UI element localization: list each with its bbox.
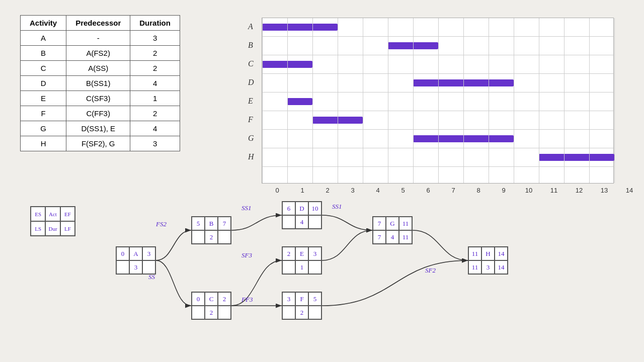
node-F: 3F52 <box>282 292 322 320</box>
node-F-lf <box>308 306 321 319</box>
gantt-axis-4: 4 <box>376 187 379 194</box>
node-D-dur: 4 <box>295 215 308 229</box>
table-cell-5-0: F <box>21 106 66 121</box>
gantt-axis-12: 12 <box>576 187 583 194</box>
node-G: 7G117411 <box>372 216 413 244</box>
gantt-axis-9: 9 <box>502 187 505 194</box>
node-G-ls: 7 <box>373 230 386 244</box>
gantt-axis-0: 0 <box>275 187 279 194</box>
gantt-axis-6: 6 <box>426 187 430 194</box>
gantt-bar-H <box>539 154 614 161</box>
table-cell-2-0: C <box>21 61 66 76</box>
node-E-dur: 1 <box>295 260 308 274</box>
gantt-label-F: F <box>248 115 253 124</box>
node-B-ef: 7 <box>218 217 231 230</box>
legend-ef: EF <box>60 207 75 221</box>
node-A-dur: 3 <box>129 260 142 274</box>
node-B-lf <box>218 230 231 244</box>
arrow-A-B <box>156 230 191 260</box>
gantt-label-E: E <box>248 97 253 106</box>
arrow-label-C-E: SF3 <box>242 251 252 259</box>
gantt-row-E: E <box>262 93 613 111</box>
node-E-es: 2 <box>282 247 295 260</box>
node-A-act: A <box>129 247 142 260</box>
gantt-axis-14: 14 <box>626 187 633 194</box>
node-D: 6D104 <box>282 201 322 229</box>
arrow-label-B-D: SS1 <box>242 204 252 212</box>
gantt-row-A: A <box>262 18 613 37</box>
arrow-D-G <box>322 215 372 230</box>
node-G-lf: 11 <box>399 230 412 244</box>
table-cell-0-2: 3 <box>130 31 180 46</box>
gantt-row-G: G <box>262 130 613 148</box>
gantt-vline-9 <box>489 18 489 183</box>
network-diagram-section: FS2SSSS1SF3FF3SS1SF2 0A335B720C226D1042E… <box>30 201 614 357</box>
arrow-label-D-G: SS1 <box>332 203 342 210</box>
legend-box: ES Act EF LS Dur LF <box>30 206 75 236</box>
node-A-lf <box>142 260 155 274</box>
gantt-axis-2: 2 <box>326 187 329 194</box>
gantt-axis-11: 11 <box>550 187 557 194</box>
node-H-ef: 14 <box>495 247 508 260</box>
gantt-label-A: A <box>248 22 253 31</box>
gantt-vline-11 <box>539 18 539 183</box>
table-cell-1-0: B <box>21 46 66 61</box>
node-D-act: D <box>295 202 308 215</box>
node-A-ef: 3 <box>142 247 155 260</box>
node-F-es: 3 <box>282 292 295 306</box>
table-cell-2-1: A(SS) <box>66 61 130 76</box>
activity-table-section: Activity Predecessor Duration A-3BA(FS2)… <box>20 15 180 151</box>
table-cell-6-2: 4 <box>130 121 180 136</box>
gantt-vline-10 <box>514 18 514 183</box>
table-cell-7-2: 3 <box>130 136 180 151</box>
node-B: 5B72 <box>191 216 231 244</box>
legend-es: ES <box>31 207 45 221</box>
node-E-act: E <box>295 247 308 260</box>
node-H-act: H <box>481 247 495 260</box>
node-E: 2E31 <box>282 246 322 275</box>
node-C-dur: 2 <box>205 306 218 319</box>
arrow-E-G <box>322 230 372 260</box>
gantt-label-D: D <box>248 78 254 87</box>
node-C-act: C <box>205 292 218 306</box>
node-A: 0A33 <box>116 246 156 275</box>
node-H-lf: 14 <box>495 260 508 274</box>
node-H-ls: 11 <box>468 260 481 274</box>
table-cell-6-1: D(SS1), E <box>66 121 130 136</box>
node-D-lf <box>308 215 321 229</box>
arrow-A-C <box>156 260 191 306</box>
arrow-label-C-F: FF3 <box>241 296 253 303</box>
gantt-row-F: F <box>262 111 613 130</box>
col-header-activity: Activity <box>21 16 66 31</box>
gantt-vline-1 <box>287 18 288 183</box>
node-A-es: 0 <box>116 247 129 260</box>
node-C: 0C22 <box>191 292 231 320</box>
arrow-label-A-B: FS2 <box>155 220 167 228</box>
gantt-row-D: D <box>262 74 613 93</box>
table-cell-5-1: C(FF3) <box>66 106 130 121</box>
node-G-act: G <box>386 217 399 230</box>
network-arrows-svg: FS2SSSS1SF3FF3SS1SF2 <box>30 201 614 357</box>
gantt-bar-A <box>262 24 338 31</box>
node-D-es: 6 <box>282 202 295 215</box>
gantt-vline-14 <box>614 18 615 183</box>
node-B-act: B <box>205 217 218 230</box>
gantt-vline-12 <box>564 18 565 183</box>
gantt-axis-10: 10 <box>525 187 532 194</box>
gantt-label-H: H <box>248 152 254 161</box>
node-E-ls <box>282 260 295 274</box>
node-H-es: 11 <box>468 247 481 260</box>
node-F-ef: 5 <box>308 292 321 306</box>
node-B-dur: 2 <box>205 230 218 244</box>
table-cell-1-1: A(FS2) <box>66 46 130 61</box>
table-cell-3-2: 4 <box>130 76 180 91</box>
node-C-ef: 2 <box>218 292 231 306</box>
arrow-C-E <box>231 260 282 306</box>
node-G-es: 7 <box>373 217 386 230</box>
node-B-ls <box>192 230 205 244</box>
gantt-vline-2 <box>312 18 313 183</box>
table-cell-1-2: 2 <box>130 46 180 61</box>
node-E-lf <box>308 260 321 274</box>
table-cell-4-2: 1 <box>130 91 180 106</box>
gantt-vline-6 <box>413 18 414 183</box>
